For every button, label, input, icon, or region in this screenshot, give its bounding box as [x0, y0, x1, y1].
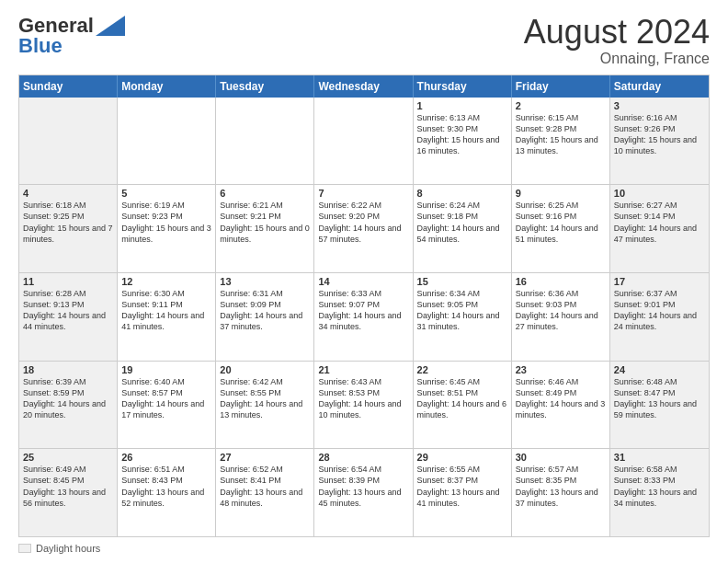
- day-number: 26: [121, 452, 211, 463]
- day-info: Sunrise: 6:16 AM Sunset: 9:26 PM Dayligh…: [614, 112, 705, 157]
- header-thursday: Thursday: [414, 75, 512, 98]
- day-cell: 8Sunrise: 6:24 AM Sunset: 9:18 PM Daylig…: [414, 185, 512, 272]
- day-cell: 18Sunrise: 6:39 AM Sunset: 8:59 PM Dayli…: [19, 362, 118, 449]
- day-number: 18: [23, 364, 113, 375]
- day-number: 28: [318, 452, 408, 463]
- footer: Daylight hours: [18, 543, 710, 554]
- day-number: 16: [516, 276, 606, 287]
- day-number: 24: [614, 364, 705, 375]
- day-cell: 1Sunrise: 6:13 AM Sunset: 9:30 PM Daylig…: [414, 98, 512, 185]
- day-cell: 7Sunrise: 6:22 AM Sunset: 9:20 PM Daylig…: [314, 185, 413, 272]
- day-cell: 20Sunrise: 6:42 AM Sunset: 8:55 PM Dayli…: [216, 362, 314, 449]
- day-info: Sunrise: 6:19 AM Sunset: 9:23 PM Dayligh…: [121, 200, 211, 245]
- day-headers: Sunday Monday Tuesday Wednesday Thursday…: [19, 75, 709, 98]
- logo: General Blue: [18, 14, 125, 58]
- day-number: 9: [516, 188, 606, 199]
- day-number: 30: [516, 452, 606, 463]
- day-number: 6: [220, 188, 310, 199]
- week-row-2: 11Sunrise: 6:28 AM Sunset: 9:13 PM Dayli…: [19, 273, 709, 362]
- day-cell: 6Sunrise: 6:21 AM Sunset: 9:21 PM Daylig…: [216, 185, 314, 272]
- day-cell: [118, 98, 216, 185]
- day-cell: 26Sunrise: 6:51 AM Sunset: 8:43 PM Dayli…: [118, 449, 216, 536]
- day-info: Sunrise: 6:28 AM Sunset: 9:13 PM Dayligh…: [23, 288, 113, 333]
- svg-marker-0: [96, 16, 125, 36]
- day-number: 1: [417, 100, 507, 111]
- day-cell: 14Sunrise: 6:33 AM Sunset: 9:07 PM Dayli…: [314, 273, 413, 361]
- day-cell: 4Sunrise: 6:18 AM Sunset: 9:25 PM Daylig…: [19, 185, 118, 272]
- legend-label: Daylight hours: [36, 543, 100, 554]
- header-wednesday: Wednesday: [314, 75, 413, 98]
- day-cell: 5Sunrise: 6:19 AM Sunset: 9:23 PM Daylig…: [118, 185, 216, 272]
- day-info: Sunrise: 6:24 AM Sunset: 9:18 PM Dayligh…: [417, 200, 507, 245]
- day-number: 8: [417, 188, 507, 199]
- page: General Blue August 2024 Onnaing, France…: [0, 0, 728, 563]
- day-number: 3: [614, 100, 705, 111]
- day-cell: 3Sunrise: 6:16 AM Sunset: 9:26 PM Daylig…: [610, 98, 709, 185]
- day-cell: 30Sunrise: 6:57 AM Sunset: 8:35 PM Dayli…: [512, 449, 610, 536]
- day-number: 12: [121, 276, 211, 287]
- day-info: Sunrise: 6:30 AM Sunset: 9:11 PM Dayligh…: [121, 288, 211, 333]
- day-info: Sunrise: 6:15 AM Sunset: 9:28 PM Dayligh…: [516, 112, 606, 157]
- day-cell: 23Sunrise: 6:46 AM Sunset: 8:49 PM Dayli…: [512, 362, 610, 449]
- day-number: 22: [417, 364, 507, 375]
- day-info: Sunrise: 6:33 AM Sunset: 9:07 PM Dayligh…: [318, 288, 408, 333]
- day-number: 20: [220, 364, 310, 375]
- month-title: August 2024: [524, 14, 710, 51]
- header-saturday: Saturday: [610, 75, 709, 98]
- day-info: Sunrise: 6:40 AM Sunset: 8:57 PM Dayligh…: [121, 376, 211, 421]
- day-info: Sunrise: 6:49 AM Sunset: 8:45 PM Dayligh…: [23, 464, 113, 509]
- header-monday: Monday: [118, 75, 216, 98]
- day-cell: 11Sunrise: 6:28 AM Sunset: 9:13 PM Dayli…: [19, 273, 118, 361]
- day-info: Sunrise: 6:39 AM Sunset: 8:59 PM Dayligh…: [23, 376, 113, 421]
- header-friday: Friday: [512, 75, 610, 98]
- day-number: 7: [318, 188, 408, 199]
- day-cell: 19Sunrise: 6:40 AM Sunset: 8:57 PM Dayli…: [118, 362, 216, 449]
- footer-legend: Daylight hours: [18, 543, 100, 554]
- day-number: 27: [220, 452, 310, 463]
- day-number: 17: [614, 276, 705, 287]
- day-number: 29: [417, 452, 507, 463]
- day-cell: 29Sunrise: 6:55 AM Sunset: 8:37 PM Dayli…: [414, 449, 512, 536]
- day-cell: 27Sunrise: 6:52 AM Sunset: 8:41 PM Dayli…: [216, 449, 314, 536]
- title-block: August 2024 Onnaing, France: [524, 14, 710, 67]
- day-info: Sunrise: 6:46 AM Sunset: 8:49 PM Dayligh…: [516, 376, 606, 421]
- day-info: Sunrise: 6:54 AM Sunset: 8:39 PM Dayligh…: [318, 464, 408, 509]
- day-info: Sunrise: 6:48 AM Sunset: 8:47 PM Dayligh…: [614, 376, 705, 421]
- header: General Blue August 2024 Onnaing, France: [18, 14, 710, 67]
- day-info: Sunrise: 6:18 AM Sunset: 9:25 PM Dayligh…: [23, 200, 113, 245]
- day-cell: 9Sunrise: 6:25 AM Sunset: 9:16 PM Daylig…: [512, 185, 610, 272]
- day-number: 5: [121, 188, 211, 199]
- day-info: Sunrise: 6:58 AM Sunset: 8:33 PM Dayligh…: [614, 464, 705, 509]
- day-info: Sunrise: 6:27 AM Sunset: 9:14 PM Dayligh…: [614, 200, 705, 245]
- day-info: Sunrise: 6:55 AM Sunset: 8:37 PM Dayligh…: [417, 464, 507, 509]
- day-number: 21: [318, 364, 408, 375]
- day-number: 19: [121, 364, 211, 375]
- day-cell: [216, 98, 314, 185]
- legend-box: [18, 544, 31, 553]
- day-cell: 31Sunrise: 6:58 AM Sunset: 8:33 PM Dayli…: [610, 449, 709, 536]
- day-info: Sunrise: 6:43 AM Sunset: 8:53 PM Dayligh…: [318, 376, 408, 421]
- day-cell: 24Sunrise: 6:48 AM Sunset: 8:47 PM Dayli…: [610, 362, 709, 449]
- day-info: Sunrise: 6:52 AM Sunset: 8:41 PM Dayligh…: [220, 464, 310, 509]
- day-cell: 10Sunrise: 6:27 AM Sunset: 9:14 PM Dayli…: [610, 185, 709, 272]
- day-number: 14: [318, 276, 408, 287]
- day-info: Sunrise: 6:13 AM Sunset: 9:30 PM Dayligh…: [417, 112, 507, 157]
- logo-blue: Blue: [18, 34, 63, 58]
- week-row-0: 1Sunrise: 6:13 AM Sunset: 9:30 PM Daylig…: [19, 98, 709, 186]
- day-number: 4: [23, 188, 113, 199]
- day-cell: 15Sunrise: 6:34 AM Sunset: 9:05 PM Dayli…: [414, 273, 512, 361]
- day-cell: 28Sunrise: 6:54 AM Sunset: 8:39 PM Dayli…: [314, 449, 413, 536]
- day-cell: 17Sunrise: 6:37 AM Sunset: 9:01 PM Dayli…: [610, 273, 709, 361]
- day-number: 31: [614, 452, 705, 463]
- location-title: Onnaing, France: [524, 51, 710, 67]
- day-number: 13: [220, 276, 310, 287]
- day-number: 15: [417, 276, 507, 287]
- day-cell: 22Sunrise: 6:45 AM Sunset: 8:51 PM Dayli…: [414, 362, 512, 449]
- day-info: Sunrise: 6:25 AM Sunset: 9:16 PM Dayligh…: [516, 200, 606, 245]
- day-number: 10: [614, 188, 705, 199]
- day-info: Sunrise: 6:42 AM Sunset: 8:55 PM Dayligh…: [220, 376, 310, 421]
- day-cell: [314, 98, 413, 185]
- day-cell: 12Sunrise: 6:30 AM Sunset: 9:11 PM Dayli…: [118, 273, 216, 361]
- day-number: 11: [23, 276, 113, 287]
- day-cell: 16Sunrise: 6:36 AM Sunset: 9:03 PM Dayli…: [512, 273, 610, 361]
